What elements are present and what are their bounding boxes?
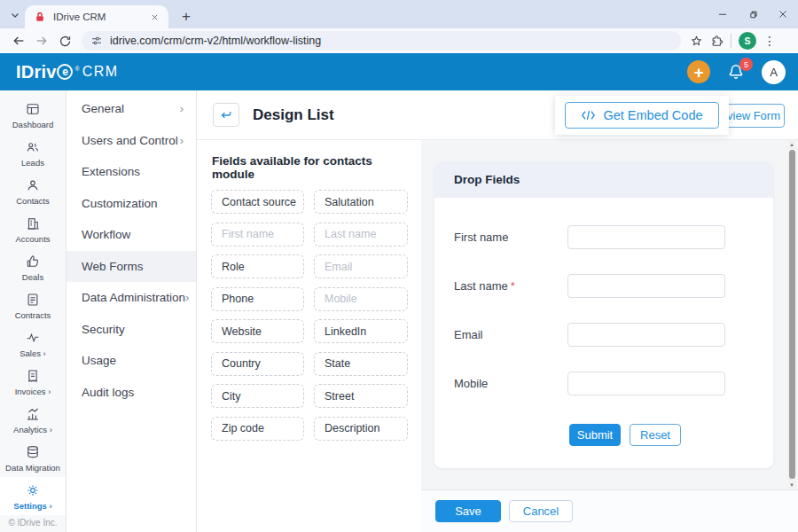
preview-form-button[interactable]: view Form: [723, 104, 785, 128]
menu-item-data-administration[interactable]: Data Administration›: [66, 282, 196, 314]
menu-item-usage[interactable]: Usage: [66, 345, 196, 377]
field-chip[interactable]: LinkedIn: [314, 319, 408, 343]
idrive-crm-logo: IDriv e ® CRM: [16, 62, 119, 82]
field-label: Email: [454, 328, 483, 341]
sidebar-item-invoices[interactable]: Invoices ›: [0, 363, 66, 401]
bookmark-star-icon[interactable]: [690, 35, 703, 48]
sidebar-item-dashboard[interactable]: Dashboard: [0, 96, 66, 134]
chevron-right-icon: ›: [185, 291, 189, 304]
reload-icon[interactable]: [53, 30, 76, 51]
close-window-button[interactable]: [768, 0, 798, 28]
sidebar-item-contacts[interactable]: Contacts: [0, 172, 66, 210]
menu-item-extensions[interactable]: Extensions: [66, 156, 196, 188]
browser-tab[interactable]: IDrive CRM: [25, 5, 168, 28]
menu-item-audit-logs[interactable]: Audit logs: [66, 377, 196, 409]
logo-text: IDriv: [16, 62, 56, 82]
notifications-bell-icon[interactable]: 5: [726, 62, 746, 82]
email-input[interactable]: [567, 323, 725, 347]
form-row: Email: [434, 323, 773, 347]
deals-icon: [25, 254, 41, 270]
field-chip[interactable]: Zip code: [211, 417, 304, 441]
copyright-text: © IDrive Inc.: [0, 518, 66, 528]
sales-icon: [25, 330, 41, 346]
field-chip[interactable]: First name: [211, 223, 304, 246]
sidebar-item-accounts[interactable]: Accounts: [0, 210, 66, 248]
contracts-icon: [25, 292, 41, 308]
url-bar[interactable]: idrive.com/crm/crm-v2/html/workflow-list…: [82, 31, 681, 51]
sidebar-item-sales[interactable]: Sales ›: [0, 325, 66, 363]
site-settings-icon[interactable]: [90, 35, 103, 47]
nav-rail: Dashboard Leads Contacts Accounts Deals …: [0, 90, 66, 532]
invoices-icon: [25, 368, 41, 384]
user-avatar[interactable]: A: [762, 60, 786, 84]
reset-button[interactable]: Reset: [630, 424, 681, 446]
fields-panel-heading: Fields available for contacts module: [197, 140, 421, 181]
menu-item-users-and-control[interactable]: Users and Control›: [66, 125, 196, 157]
form-actions: Submit Reset: [569, 424, 681, 446]
logo-registered-mark: ®: [74, 66, 79, 72]
form-builder-panel: Drop Fields First name Last name* Email …: [421, 140, 798, 532]
field-chip[interactable]: Contact source: [211, 190, 304, 214]
page-title: Design List: [253, 106, 334, 124]
quick-add-button[interactable]: +: [687, 60, 710, 83]
sidebar-item-analytics[interactable]: Analytics ›: [0, 401, 66, 439]
mobile-input[interactable]: [567, 372, 725, 395]
menu-item-workflow[interactable]: Workflow: [66, 219, 196, 251]
contacts-icon: [25, 177, 41, 193]
accounts-icon: [25, 215, 41, 231]
menu-item-web-forms[interactable]: Web Forms: [66, 251, 196, 283]
code-icon: [581, 109, 596, 121]
back-navigation-icon[interactable]: [7, 30, 30, 51]
scroll-down-arrow-icon[interactable]: ▼: [787, 481, 796, 489]
scrollbar-thumb[interactable]: [789, 150, 795, 479]
extensions-puzzle-icon[interactable]: [710, 35, 724, 48]
back-button[interactable]: [213, 103, 239, 127]
field-chip[interactable]: Email: [314, 254, 408, 278]
last-name-input[interactable]: [567, 274, 725, 298]
sidebar-item-deals[interactable]: Deals: [0, 248, 66, 286]
sidebar-item-leads[interactable]: Leads: [0, 134, 66, 172]
form-row: First name: [434, 225, 773, 249]
menu-item-general[interactable]: General›: [66, 93, 196, 125]
sidebar-item-settings[interactable]: Settings ›: [0, 477, 66, 515]
required-mark: *: [511, 279, 515, 293]
first-name-input[interactable]: [567, 225, 725, 249]
field-chip[interactable]: Salutation: [314, 190, 408, 214]
field-chip[interactable]: Website: [211, 319, 304, 343]
vertical-scrollbar[interactable]: ▲ ▼: [787, 140, 796, 489]
tab-search-icon[interactable]: [7, 7, 23, 23]
field-chip[interactable]: Description: [314, 417, 408, 441]
get-embed-code-button[interactable]: Get Embed Code: [565, 102, 719, 129]
logo-lock-e-icon: e: [57, 64, 73, 80]
new-tab-button[interactable]: +: [176, 6, 197, 27]
field-label: Last name: [454, 279, 508, 293]
field-chip[interactable]: Phone: [211, 287, 304, 311]
menu-item-security[interactable]: Security: [66, 314, 196, 346]
menu-item-customization[interactable]: Customization: [66, 188, 196, 220]
field-chip[interactable]: Country: [211, 352, 304, 376]
browser-profile-avatar[interactable]: S: [739, 32, 756, 50]
field-chip[interactable]: Street: [314, 384, 408, 408]
submit-button[interactable]: Submit: [569, 424, 621, 446]
dashboard-icon: [25, 101, 41, 117]
browser-window: IDrive CRM +: [0, 0, 798, 532]
field-chip[interactable]: City: [211, 384, 304, 408]
maximize-button[interactable]: [738, 0, 768, 28]
scroll-up-arrow-icon[interactable]: ▲: [787, 140, 796, 149]
cancel-button[interactable]: Cancel: [509, 500, 573, 522]
tab-title: IDrive CRM: [53, 12, 147, 22]
back-arrow-icon: [219, 108, 233, 122]
forward-navigation-icon[interactable]: [30, 30, 53, 51]
browser-menu-icon[interactable]: ⋮: [763, 34, 776, 48]
field-chip[interactable]: State: [314, 352, 408, 376]
field-chip[interactable]: Role: [211, 254, 304, 278]
save-button[interactable]: Save: [435, 500, 501, 522]
notification-count-badge: 5: [739, 58, 753, 71]
favicon-lock-icon: [34, 11, 46, 23]
minimize-button[interactable]: [708, 0, 738, 28]
tab-close-icon[interactable]: [147, 10, 161, 24]
field-chip[interactable]: Last name: [314, 223, 408, 246]
sidebar-item-contracts[interactable]: Contracts: [0, 286, 66, 325]
field-chip[interactable]: Mobile: [314, 287, 408, 311]
sidebar-item-data-migration[interactable]: Data Migration: [0, 439, 66, 477]
